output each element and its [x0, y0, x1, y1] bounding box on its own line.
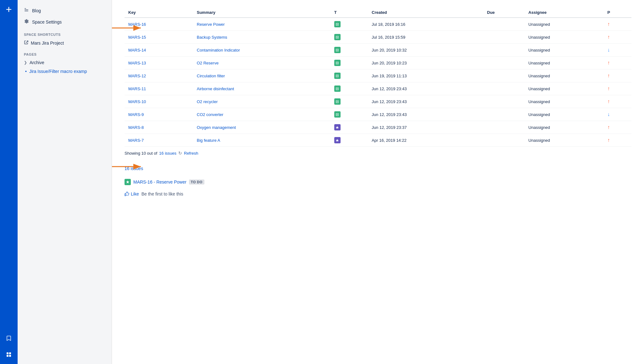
issue-summary-link[interactable]: Oxygen management: [197, 125, 236, 130]
issue-type-cell: [330, 18, 368, 31]
priority-up-icon: ↑: [607, 60, 610, 65]
issue-key-link[interactable]: MARS-8: [128, 125, 144, 130]
issue-key-cell: MARS-15: [125, 31, 193, 44]
issue-due-cell: [483, 121, 525, 134]
table-row: MARS-8Oxygen managementJun 12, 2019 23:3…: [125, 121, 631, 134]
issue-due-cell: [483, 57, 525, 69]
issue-summary-cell: Contamination Indicator: [193, 44, 330, 57]
settings-label: Space Settings: [32, 19, 62, 25]
issue-assignee-cell: Unassigned: [525, 69, 603, 82]
bookmark-icon[interactable]: [3, 333, 14, 344]
issue-type-icon: [334, 34, 341, 40]
issue-key-cell: MARS-10: [125, 95, 193, 108]
issues-count-link-footer[interactable]: 16 issues: [159, 151, 176, 156]
table-row: MARS-14Contamination IndicatorJun 20, 20…: [125, 44, 631, 57]
priority-up-icon: ↑: [607, 137, 610, 143]
issue-summary-cell: Big feature A: [193, 134, 330, 147]
issue-summary-link[interactable]: Airborne disinfectant: [197, 86, 234, 91]
sidebar-item-archive[interactable]: ❯ Archive: [18, 58, 112, 67]
content-wrapper: Key Summary T Created Due Assignee P MAR…: [125, 8, 631, 196]
col-header-due: Due: [483, 8, 525, 18]
showing-text: Showing 10 out of: [125, 151, 157, 156]
issue-key-cell: MARS-14: [125, 44, 193, 57]
issue-type-icon: [334, 85, 341, 92]
sidebar-item-jira-example[interactable]: Jira Issue/Filter macro examp: [18, 67, 112, 76]
priority-up-icon: ↑: [607, 21, 610, 27]
priority-down-icon: ↓: [607, 47, 610, 52]
refresh-button[interactable]: Refresh: [184, 151, 198, 156]
archive-label: Archive: [30, 60, 44, 65]
table-header: Key Summary T Created Due Assignee P: [125, 8, 631, 18]
sidebar-item-mars-jira[interactable]: Mars Jira Project: [18, 38, 112, 47]
table-row: MARS-11Airborne disinfectantJun 12, 2019…: [125, 82, 631, 95]
issue-key-link[interactable]: MARS-10: [128, 99, 146, 104]
issue-summary-link[interactable]: O2 Reserve: [197, 61, 219, 65]
issue-summary-link[interactable]: Big feature A: [197, 138, 220, 143]
issue-due-cell: [483, 108, 525, 121]
table-footer: Showing 10 out of 16 issues ↻ Refresh: [125, 151, 631, 156]
issue-priority-cell: ↑: [603, 31, 631, 44]
priority-up-icon: ↑: [607, 124, 610, 130]
blog-icon: [24, 8, 29, 14]
col-header-summary: Summary: [193, 8, 330, 18]
like-section: Like Be the first to like this: [125, 191, 631, 196]
issue-type-icon: [334, 124, 341, 130]
sidebar-item-settings[interactable]: Space Settings: [18, 16, 112, 28]
issue-key-link[interactable]: MARS-12: [128, 74, 146, 78]
svg-rect-4: [7, 355, 8, 357]
issue-assignee-cell: Unassigned: [525, 121, 603, 134]
issue-summary-cell: O2 Reserve: [193, 57, 330, 69]
issue-assignee-cell: Unassigned: [525, 57, 603, 69]
like-button[interactable]: Like: [125, 191, 139, 196]
issue-key-cell: MARS-12: [125, 69, 193, 82]
jira-issue-status: TO DO: [189, 179, 204, 185]
col-header-type: T: [330, 8, 368, 18]
issue-created-cell: Jun 20, 2019 10:32: [368, 44, 483, 57]
table-row: MARS-9CO2 converterJun 12, 2019 23:43Una…: [125, 108, 631, 121]
col-header-priority: P: [603, 8, 631, 18]
issue-summary-link[interactable]: Circulation filter: [197, 74, 225, 78]
issue-summary-cell: Reserve Power: [193, 18, 330, 31]
issue-key-link[interactable]: MARS-15: [128, 35, 146, 40]
issue-key-link[interactable]: MARS-14: [128, 48, 146, 52]
issue-created-cell: Jun 12, 2019 23:43: [368, 108, 483, 121]
jira-issue-link[interactable]: MARS-16 - Reserve Power: [133, 179, 186, 185]
issue-type-cell: [330, 121, 368, 134]
issue-type-cell: [330, 82, 368, 95]
issue-priority-cell: ↑: [603, 69, 631, 82]
jira-issue-type-icon: [125, 179, 131, 185]
issue-assignee-cell: Unassigned: [525, 108, 603, 121]
priority-up-icon: ↑: [607, 86, 610, 91]
svg-rect-5: [9, 355, 11, 357]
issue-key-link[interactable]: MARS-11: [128, 86, 146, 91]
add-button[interactable]: [3, 4, 14, 15]
issue-summary-link[interactable]: O2 recycler: [197, 99, 218, 104]
issue-summary-link[interactable]: Reserve Power: [197, 22, 225, 27]
issue-type-icon: [334, 137, 341, 143]
issue-due-cell: [483, 82, 525, 95]
issue-type-cell: [330, 69, 368, 82]
issue-assignee-cell: Unassigned: [525, 18, 603, 31]
issue-summary-link[interactable]: Contamination Indicator: [197, 48, 240, 52]
issue-summary-link[interactable]: CO2 converter: [197, 112, 224, 117]
issue-summary-link[interactable]: Backup Systems: [197, 35, 227, 40]
mars-jira-label: Mars Jira Project: [31, 41, 64, 46]
issue-key-link[interactable]: MARS-16: [128, 22, 146, 27]
grid-icon[interactable]: [3, 349, 14, 360]
issue-due-cell: [483, 18, 525, 31]
issue-priority-cell: ↑: [603, 82, 631, 95]
issue-key-link[interactable]: MARS-9: [128, 112, 144, 117]
issue-created-cell: Jun 12, 2019 23:43: [368, 95, 483, 108]
issue-type-cell: [330, 31, 368, 44]
issues-count-link[interactable]: 16 issues: [125, 166, 143, 171]
issues-table: Key Summary T Created Due Assignee P MAR…: [125, 8, 631, 147]
sidebar-item-blog[interactable]: Blog: [18, 5, 112, 16]
issue-priority-cell: ↑: [603, 18, 631, 31]
issue-created-cell: Jun 20, 2019 10:23: [368, 57, 483, 69]
issue-key-link[interactable]: MARS-7: [128, 138, 144, 143]
svg-rect-3: [9, 352, 11, 354]
sidebar: Blog Space Settings SPACE SHORTCUTS Mars…: [18, 0, 112, 364]
issue-key-link[interactable]: MARS-13: [128, 61, 146, 65]
like-label: Like: [131, 191, 139, 196]
col-header-created: Created: [368, 8, 483, 18]
